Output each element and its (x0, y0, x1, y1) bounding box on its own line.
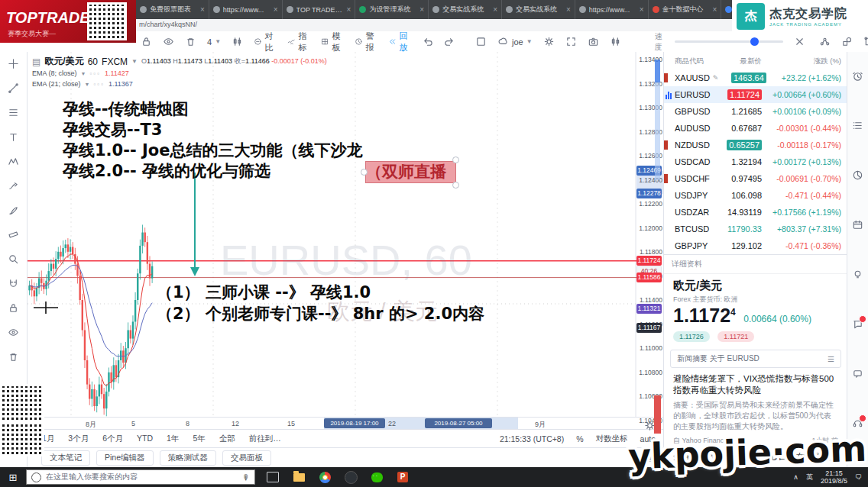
annotation-note[interactable]: （2） 个别老师专门课--》 8hr 的> 2.0内容 (157, 304, 484, 324)
interval[interactable]: 60 (88, 56, 98, 67)
replay-button[interactable]: 回放 (388, 31, 411, 53)
undo-button[interactable] (422, 36, 433, 47)
browser-tab[interactable]: 交易实战系统× (429, 0, 502, 19)
browser-tab[interactable]: TOP TRADER..× (283, 0, 356, 19)
lock-button[interactable] (141, 36, 152, 47)
range-button[interactable]: 全部 (219, 434, 235, 444)
browser-tab[interactable]: https://www...× (575, 0, 649, 19)
browser-tab[interactable]: https://www...× (209, 0, 283, 19)
selection-handle[interactable] (452, 156, 459, 163)
chrome-button[interactable] (316, 470, 333, 484)
chart-menu-icon[interactable]: ▤ (32, 56, 40, 67)
tab-close-icon[interactable]: × (419, 5, 424, 14)
indicator-row-ema8[interactable]: EMA (8; close)▼ ▫▫▫ 1.11427 (32, 69, 129, 77)
watchlist-row[interactable]: EURUSD1.11724+0.00664 (+0.60%) (664, 86, 847, 103)
redo-button[interactable] (444, 36, 455, 47)
rail-alarm-clock[interactable] (852, 70, 863, 85)
watchlist-row[interactable]: USDJPY106.098-0.471 (-0.44%) (664, 187, 847, 204)
annotation-text[interactable]: 孕线交易--T3 (63, 120, 162, 140)
tab-close-icon[interactable]: × (640, 5, 644, 14)
layout-button[interactable] (475, 36, 487, 47)
range-button[interactable]: 5年 (193, 434, 205, 444)
range-button[interactable]: YTD (137, 434, 153, 444)
indicator-controls-icons[interactable]: ▫▫▫ (93, 81, 105, 88)
watchlist-row[interactable]: NZDUSD0.65257-0.00118 (-0.17%) (664, 137, 847, 153)
hamburger-icon[interactable]: ☰ (828, 355, 834, 363)
annotation-highlight[interactable]: （双师直播 (365, 161, 456, 183)
bottom-tab[interactable]: Pine编辑器 (96, 450, 154, 466)
tool-eye[interactable] (8, 327, 19, 341)
watchlist-row[interactable]: GBPJPY129.102-0.471 (-0.36%) (664, 237, 847, 254)
exchange[interactable]: FXCM (102, 56, 128, 67)
interval-dropdown[interactable]: 4▼ (207, 37, 221, 47)
tool-measure[interactable] (8, 229, 19, 244)
tool-zoom[interactable] (8, 253, 19, 268)
edit-icon[interactable]: ✎ (713, 74, 719, 82)
watchlist-row[interactable]: USDCAD1.32194+0.00172 (+0.13%) (664, 153, 847, 170)
indicator-row-ema21[interactable]: EMA (21; close)▼ ▫▫▫ 1.11367 (32, 80, 133, 88)
bottom-tab[interactable]: 交易面板 (222, 450, 271, 466)
wechat-button[interactable] (368, 470, 385, 484)
tab-close-icon[interactable]: × (566, 5, 571, 14)
rail-pie[interactable] (852, 169, 863, 184)
watchlist-row[interactable]: BTCUSD11790.33+803.37 (+7.31%) (664, 221, 847, 237)
browser-tab[interactable]: 金十数据中心× (649, 0, 722, 19)
bottom-tab[interactable]: 文本笔记 (41, 450, 90, 466)
watchlist-row[interactable]: GBPUSD1.21685+0.00106 (+0.09%) (664, 103, 847, 120)
browser-tab[interactable]: 交易实战系统× (502, 0, 575, 19)
task-view-button[interactable] (264, 470, 281, 484)
fullscreen-button[interactable] (565, 36, 577, 47)
selection-handle[interactable] (452, 182, 459, 189)
watchlist-row[interactable]: XAUUSD✎1463.64+23.22 (+1.62%) (664, 69, 847, 86)
tool-magnet[interactable] (8, 278, 19, 292)
slider-handle[interactable] (750, 37, 759, 46)
tool-trash[interactable] (8, 351, 19, 366)
tab-close-icon[interactable]: × (274, 5, 278, 14)
tray-chevron-icon[interactable]: ∧ (793, 473, 798, 481)
snapshot-button[interactable] (588, 36, 599, 47)
selection-handle[interactable] (361, 169, 368, 176)
tab-close-icon[interactable]: × (493, 5, 497, 14)
percent-scale-button[interactable]: % (576, 434, 583, 443)
chevron-down-icon[interactable]: ▼ (131, 58, 138, 65)
time-axis[interactable]: 8月581215229月2019-08-19 17:002019-08-27 0… (28, 417, 663, 430)
tab-close-icon[interactable]: × (713, 5, 717, 14)
range-button[interactable]: 6个月 (102, 434, 123, 444)
browser-tab[interactable]: 为设管理系统× (355, 0, 429, 19)
range-button[interactable]: 3个月 (68, 434, 89, 444)
tool-xabcd-pattern[interactable] (8, 156, 19, 170)
tool-crosshair[interactable] (8, 58, 19, 73)
indicators-button[interactable]: 指标 (287, 31, 310, 53)
hide-button[interactable] (163, 36, 174, 47)
scroll-indicator-red[interactable] (654, 395, 661, 434)
replay-speed-slider[interactable]: 速度 (655, 31, 783, 53)
tab-close-icon[interactable]: × (347, 5, 351, 14)
tool-forecast[interactable] (8, 180, 19, 195)
tab-close-icon[interactable]: × (200, 5, 205, 14)
file-explorer-button[interactable] (290, 470, 307, 484)
symbol-name[interactable]: 欧元/美元 (44, 55, 83, 68)
powerpoint-button[interactable]: P (394, 470, 411, 484)
log-scale-button[interactable]: 对数坐标 (596, 434, 628, 444)
chart-clock[interactable]: 21:15:33 (UTC+8) (500, 434, 564, 443)
notification-icon[interactable]: 🗨 (855, 473, 862, 481)
start-button[interactable]: ⊞ (0, 472, 26, 483)
nodes-button[interactable] (819, 36, 831, 47)
rail-idea[interactable] (852, 269, 863, 283)
ime-lang[interactable]: 英 (806, 472, 813, 482)
indicator-controls-icons[interactable]: ▫▫▫ (89, 70, 101, 77)
candle-style-button[interactable] (232, 36, 243, 47)
tool-fib-retracement[interactable] (8, 107, 19, 121)
browser-tab[interactable]: 免费股票图表× (136, 0, 209, 19)
alerts-button[interactable]: 警报 (355, 31, 377, 53)
taskbar-clock[interactable]: 21:15 2019/8/5 (821, 469, 847, 485)
annotation-note[interactable]: （1） 三师小课 --》 孕线1.0 (157, 282, 371, 302)
annotation-text[interactable]: 孕线1.0-- Joe总结的三大功能（线下沙龙 (63, 140, 362, 160)
templates-button[interactable]: 模板 (321, 31, 344, 53)
annotation-text[interactable]: 孕线--传统蜡烛图 (63, 99, 188, 119)
compare-button[interactable]: 对比 (254, 31, 277, 53)
browser-button[interactable] (342, 470, 359, 484)
scroll-indicator[interactable] (655, 82, 660, 180)
cloud-account-button[interactable]: joe▼ (497, 36, 533, 47)
shapes-button[interactable] (841, 36, 853, 47)
